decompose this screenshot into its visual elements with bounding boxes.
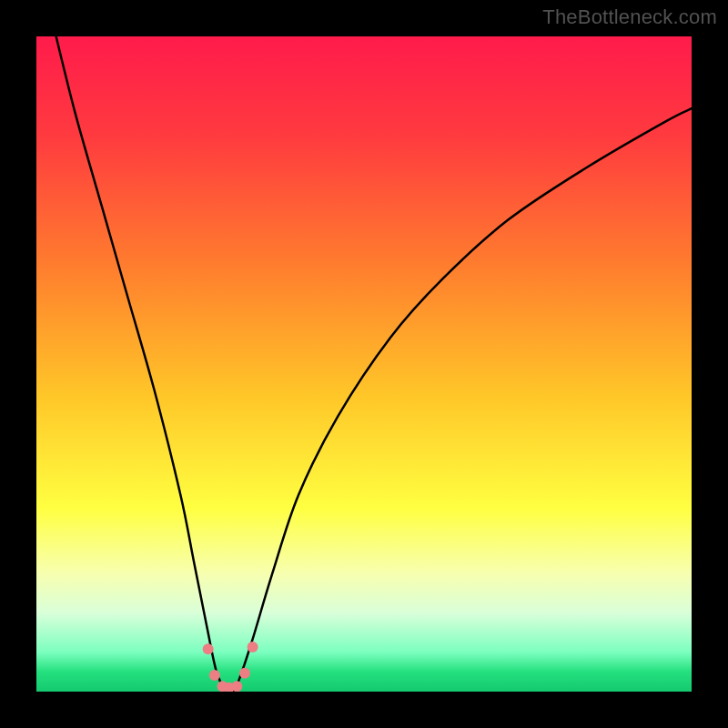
bottleneck-chart <box>36 36 692 692</box>
trough-marker <box>209 670 220 681</box>
trough-marker <box>231 681 242 692</box>
trough-marker <box>248 642 258 652</box>
trough-marker <box>203 643 214 654</box>
chart-frame: TheBottleneck.com <box>0 0 728 728</box>
gradient-background <box>36 36 692 692</box>
watermark-label: TheBottleneck.com <box>542 5 717 29</box>
plot-area <box>36 36 692 692</box>
trough-marker <box>239 668 250 679</box>
